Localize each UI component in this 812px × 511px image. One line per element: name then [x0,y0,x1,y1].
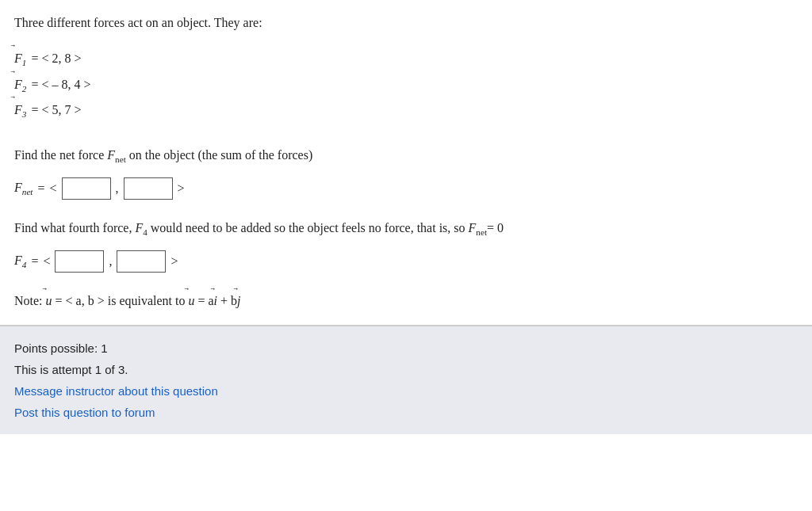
f4-open-bracket: < [43,254,50,269]
answer2-row: F4 = < , > [14,250,798,273]
intro-text: Three different forces act on an object.… [14,16,798,30]
note-block: Note: u⃗ = < a, b > is equivalent to u⃗ … [14,292,798,311]
f2-label: F⃗ 2 [14,72,26,98]
f3-label: F⃗ 3 [14,97,26,124]
f3-eq: = < 5, 7 > [31,97,81,123]
f2-eq: = < – 8, 4 > [31,72,90,97]
question2-text: Find what fourth force, F4 would need to… [14,219,798,239]
f4-input-y[interactable] [117,250,166,273]
f4-comma: , [109,254,112,269]
forces-block: F⃗ 1 = < 2, 8 > F⃗ 2 = < – 8, 4 > F⃗ 3 =… [14,46,798,124]
fnet-input-x[interactable] [62,177,111,200]
fnet-label: Fnet [14,181,33,196]
force-f3-line: F⃗ 3 = < 5, 7 > [14,97,798,124]
fnet-input-y[interactable] [124,177,173,200]
footer-info: Points possible: 1 This is attempt 1 of … [0,326,812,434]
attempt-text: This is attempt 1 of 3. [14,359,798,380]
f4-eq-sign: = [31,254,38,269]
force-f1-line: F⃗ 1 = < 2, 8 > [14,46,798,72]
f4-input-x[interactable] [55,250,104,273]
f1-eq: = < 2, 8 > [31,46,81,71]
question1-text: Find the net force Fnet on the object (t… [14,146,798,166]
fnet-comma: , [116,181,119,196]
fnet-close-bracket: > [178,181,185,196]
points-text: Points possible: 1 [14,337,798,359]
f4-close-bracket: > [170,254,178,269]
fnet-open-bracket: < [49,181,56,196]
main-content: Three different forces act on an object.… [0,0,812,326]
f1-label: F⃗ 1 [14,46,26,72]
post-forum-link[interactable]: Post this question to forum [14,406,155,419]
message-instructor-link[interactable]: Message instructor about this question [14,384,218,398]
f4-label: F4 [14,254,26,269]
answer1-row: Fnet = < , > [14,177,798,200]
fnet-eq-sign: = [37,181,44,196]
force-f2-line: F⃗ 2 = < – 8, 4 > [14,72,798,98]
